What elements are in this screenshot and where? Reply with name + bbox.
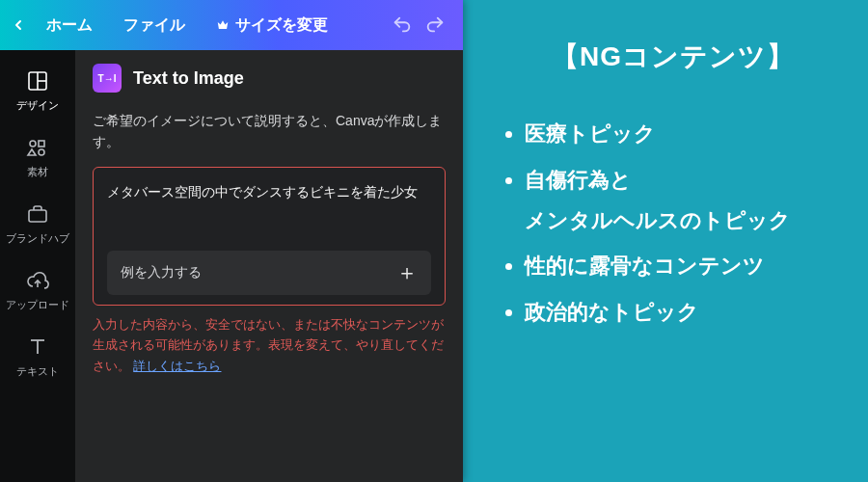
feature-title: Text to Image	[133, 68, 244, 89]
list-item: 自傷行為と メンタルヘルスのトピック	[525, 160, 849, 241]
feature-description: ご希望のイメージについて説明すると、Canvaが作成します。	[93, 110, 446, 153]
sidebar-item-upload[interactable]: アップロード	[5, 261, 70, 322]
plus-icon: ＋	[396, 262, 418, 283]
list-item-line1: 自傷行為と	[525, 168, 632, 192]
info-column: 【NGコンテンツ】 医療トピック 自傷行為と メンタルヘルスのトピック 性的に露…	[463, 0, 868, 482]
text-to-image-icon: T→I	[93, 64, 122, 93]
svg-point-3	[30, 141, 36, 147]
file-menu[interactable]: ファイル	[110, 10, 199, 41]
back-icon[interactable]	[10, 16, 27, 34]
template-icon	[26, 69, 49, 93]
sidebar-item-label: アップロード	[6, 298, 69, 312]
prompt-input-box[interactable]: メタバース空間の中でダンスするビキニを着た少女 例を入力する ＋	[93, 167, 446, 306]
svg-rect-6	[29, 210, 46, 222]
example-button[interactable]: 例を入力する ＋	[107, 251, 431, 295]
briefcase-icon	[26, 202, 49, 226]
undo-redo-group	[392, 14, 453, 36]
crown-icon	[216, 18, 230, 32]
svg-marker-5	[28, 149, 36, 155]
list-item: 性的に露骨なコンテンツ	[525, 246, 849, 286]
resize-button[interactable]: サイズを変更	[203, 10, 341, 41]
error-message: 入力した内容から、安全ではない、または不快なコンテンツが生成される可能性がありま…	[93, 315, 446, 377]
home-button[interactable]: ホーム	[33, 10, 106, 41]
list-item: 政治的なトピック	[525, 292, 849, 333]
shapes-icon	[26, 136, 49, 159]
editor-panel: T→I Text to Image ご希望のイメージについて説明すると、Canv…	[75, 50, 463, 482]
app-panel: ホーム ファイル サイズを変更 デザイン	[0, 0, 463, 482]
svg-rect-4	[39, 141, 44, 147]
sidebar-item-label: 素材	[27, 165, 48, 179]
text-icon	[26, 335, 49, 359]
feature-header: T→I Text to Image	[93, 64, 446, 93]
undo-button[interactable]	[392, 14, 413, 36]
prompt-value[interactable]: メタバース空間の中でダンスするビキニを着た少女	[107, 181, 431, 202]
list-item-line2: メンタルヘルスのトピック	[525, 201, 849, 241]
sidebar-item-label: デザイン	[16, 98, 59, 113]
home-label: ホーム	[46, 15, 93, 36]
sidebar-item-label: ブランドハブ	[6, 231, 69, 246]
resize-label: サイズを変更	[235, 15, 328, 36]
ng-content-list: 医療トピック 自傷行為と メンタルヘルスのトピック 性的に露骨なコンテンツ 政治…	[498, 114, 849, 333]
redo-button[interactable]	[424, 14, 446, 36]
cloud-upload-icon	[26, 269, 49, 292]
sidebar-item-text[interactable]: テキスト	[5, 328, 70, 388]
file-label: ファイル	[123, 15, 185, 36]
side-nav: デザイン 素材 ブランドハブ アップロード	[0, 50, 75, 482]
sidebar-item-label: テキスト	[16, 364, 59, 379]
sidebar-item-elements[interactable]: 素材	[5, 128, 70, 189]
sidebar-item-brandhub[interactable]: ブランドハブ	[5, 195, 70, 255]
top-toolbar: ホーム ファイル サイズを変更	[0, 0, 463, 50]
info-heading: 【NGコンテンツ】	[498, 39, 849, 75]
sidebar-item-design[interactable]: デザイン	[5, 62, 70, 122]
error-learn-more-link[interactable]: 詳しくはこちら	[133, 360, 221, 373]
list-item: 医療トピック	[525, 114, 849, 154]
below-topbar: デザイン 素材 ブランドハブ アップロード	[0, 50, 463, 482]
example-label: 例を入力する	[121, 264, 202, 281]
